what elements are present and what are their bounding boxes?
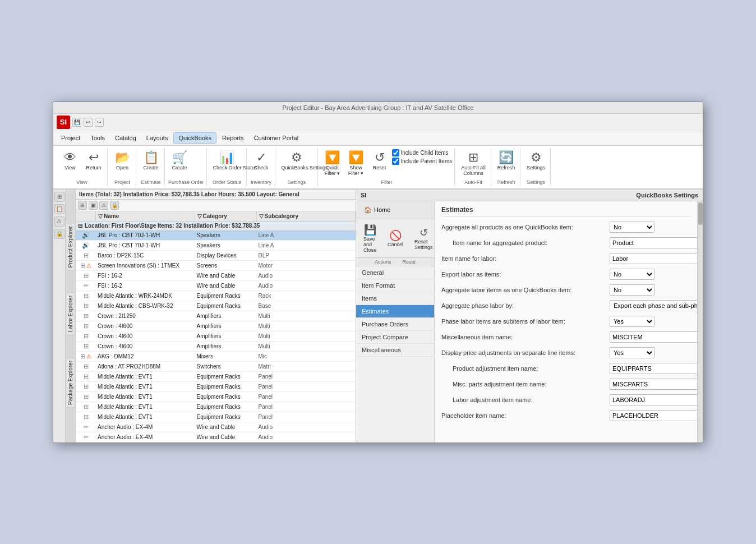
qb-settings-button[interactable]: ⚙ QuickBooks Settings (279, 149, 315, 173)
save-close-button[interactable]: 💾 Save andClose (359, 222, 380, 255)
include-parent-checkbox[interactable] (392, 158, 399, 165)
aggregate-labor-label: Aggregate labor items as one QuickBooks … (441, 287, 610, 293)
view-button[interactable]: 👁 View (59, 149, 81, 173)
sidebar-icon-2[interactable]: 📋 (54, 204, 64, 214)
section-title: Estimates (441, 206, 690, 216)
app-window: Project Editor - Bay Area Advertising Gr… (53, 102, 703, 443)
scrollbar-track[interactable] (697, 201, 703, 442)
col-header-name[interactable]: ▽ Name (96, 211, 195, 221)
project-group-label: Project (111, 179, 133, 185)
include-child-checkbox[interactable] (392, 149, 399, 156)
labor-name-input[interactable] (610, 253, 697, 264)
menu-layouts[interactable]: Layouts (142, 133, 173, 143)
reset-filter-button[interactable]: ↺ Reset (368, 149, 391, 173)
location-collapse-icon[interactable]: ⊟ (78, 223, 82, 229)
vtab-product-explorer[interactable]: Product Explorer (66, 223, 75, 270)
collapse-btn[interactable]: ▣ (89, 201, 98, 210)
labor-adj-input[interactable] (610, 394, 697, 405)
open-button[interactable]: 📂 Open (111, 149, 133, 173)
si-logo[interactable]: SI (57, 116, 70, 129)
show-filter-button[interactable]: 🔽 ShowFilter ▾ (345, 149, 367, 178)
table-row[interactable]: ⊞ Crown : 4I600 Amplifiers Multi (76, 331, 356, 342)
table-row[interactable]: ✏ Anchor Audio : EX-4M Wire and Cable Au… (76, 432, 356, 442)
cancel-button[interactable]: 🚫 Cancel (384, 227, 407, 250)
table-row[interactable]: ⊞ ⚠ AKG : DMM12 Mixers Mic (76, 352, 356, 362)
col-header-category[interactable]: ▽ Category (195, 211, 257, 221)
warn-filter-btn[interactable]: ⚠ (99, 201, 108, 210)
nav-item-estimates[interactable]: Estimates (356, 305, 434, 318)
table-row[interactable]: 🔊 JBL Pro : CBT 70J-1-WH Speakers Line A (76, 241, 356, 251)
table-row[interactable]: ⊞ Crown : 4I600 Amplifiers Multi (76, 321, 356, 331)
vtab-package-explorer[interactable]: Package Explorer (66, 358, 75, 408)
phase-subitems-select[interactable]: YesNo (610, 316, 654, 327)
check-order-button[interactable]: 📊 Check Order Status (210, 149, 244, 173)
aggregate-labor-select[interactable]: NoYes (610, 284, 654, 296)
return-button[interactable]: ↩ Return (82, 149, 105, 173)
export-labor-select[interactable]: NoYes (610, 269, 654, 280)
aggregated-name-input[interactable] (610, 237, 697, 248)
table-row[interactable]: ⊞ Atlona : AT-PRO2HD88M Switchers Matri (76, 362, 356, 372)
table-row[interactable]: ⊞ FSI : 16-2 Wire and Cable Audio (76, 271, 356, 281)
nav-item-items[interactable]: Items (356, 292, 434, 305)
product-adj-label: Product adjustment item name: (441, 365, 610, 372)
nav-item-project-compare[interactable]: Project Compare (356, 331, 434, 344)
table-row[interactable]: ✏ Anchor Audio : EX-4M Wire and Cable Au… (76, 422, 356, 432)
table-row[interactable]: ✏ FSI : 16-2 Wire and Cable Audio (76, 281, 356, 291)
table-row[interactable]: ⊞ Middle Atlantic : EVT1 Equipment Racks… (76, 392, 356, 402)
item-category: Amplifiers (195, 312, 257, 320)
settings-button[interactable]: ⚙ Settings (524, 149, 548, 173)
misc-name-input[interactable] (610, 331, 697, 343)
menu-customer-portal[interactable]: Customer Portal (250, 133, 303, 143)
table-row[interactable]: 🔊 JBL Pro : CBT 70J-1-WH Speakers Line A (76, 230, 356, 241)
home-button[interactable]: 🏠 Home (361, 205, 430, 215)
table-row[interactable]: ⊞ Crown : 2I1250 Amplifiers Multi (76, 311, 356, 321)
table-row[interactable]: ⊞ Middle Atlantic : EVT1 Equipment Racks… (76, 382, 356, 392)
scrollbar-thumb[interactable] (698, 202, 703, 225)
lock-btn[interactable]: 🔒 (110, 201, 119, 210)
reset-settings-button[interactable]: ↺ ResetSettings (411, 224, 437, 252)
aggregate-products-select[interactable]: NoYes (610, 222, 654, 233)
pkg-icon: ⊞ (84, 252, 89, 259)
quick-filter-button[interactable]: 🔽 QuickFilter ▾ (321, 149, 344, 178)
sidebar-icon-1[interactable]: ⊞ (54, 192, 64, 202)
sidebar-icon-4[interactable]: 🔒 (54, 229, 64, 239)
table-row[interactable]: ⊞ Middle Atlantic : EVT1 Equipment Racks… (76, 402, 356, 412)
price-adj-select[interactable]: YesNo (610, 347, 654, 358)
redo-icon[interactable]: ↪ (95, 118, 104, 127)
table-row[interactable]: ⊞ ⚠ Screen Innovations (SI) : 1TMEX Scre… (76, 261, 356, 271)
nav-item-miscellaneous[interactable]: Miscellaneous (356, 344, 434, 357)
table-row[interactable]: ⊞ Middle Atlantic : WRK-24MDK Equipment … (76, 291, 356, 301)
table-row[interactable]: ⊞ Middle Atlantic : EVT1 Equipment Racks… (76, 412, 356, 422)
auto-fit-button[interactable]: ⊞ Auto-Fit AllColumns (458, 149, 488, 178)
menu-quickbooks[interactable]: QuickBooks (173, 132, 216, 144)
menu-project[interactable]: Project (57, 133, 85, 143)
misc-parts-adj-input[interactable] (610, 379, 697, 390)
create-estimate-button[interactable]: 📋 Create (140, 149, 162, 173)
undo-icon[interactable]: ↩ (84, 118, 93, 127)
menu-tools[interactable]: Tools (86, 133, 109, 143)
placeholder-input[interactable] (610, 410, 697, 421)
table-row[interactable]: ⊞ Middle Atlantic : CBS-WRK-32 Equipment… (76, 301, 356, 311)
aggregate-labor-value: NoYes (610, 284, 690, 296)
col-header-subcategory[interactable]: ▽ Subcategory (257, 211, 356, 221)
home-icon: 🏠 (364, 206, 372, 214)
nav-item-purchase-orders[interactable]: Purchase Orders (356, 318, 434, 331)
nav-item-item-format[interactable]: Item Format (356, 279, 434, 292)
create-po-button[interactable]: 🛒 Create (168, 149, 191, 173)
check-order-icon: 📊 (219, 151, 234, 164)
phase-labor-select[interactable]: Export each phase and sub-phase as an it… (610, 300, 697, 311)
save-icon[interactable]: 💾 (72, 118, 81, 127)
expand-btn[interactable]: ⊞ (78, 201, 87, 210)
table-row[interactable]: ⊞ Crown : 4I600 Amplifiers Multi (76, 342, 356, 352)
item-name: Middle Atlantic : EVT1 (96, 393, 195, 400)
check-inventory-button[interactable]: ✓ Check (250, 149, 273, 173)
table-row[interactable]: ⊞ Barco : DP2K-15C Display Devices DLP (76, 251, 356, 261)
nav-item-general[interactable]: General (356, 266, 434, 279)
menu-reports[interactable]: Reports (218, 133, 248, 143)
refresh-button[interactable]: 🔄 Refresh (495, 149, 518, 173)
vtab-labor-explorer[interactable]: Labor Explorer (66, 293, 75, 335)
menu-catalog[interactable]: Catalog (110, 133, 141, 143)
table-row[interactable]: ⊞ Middle Atlantic : EVT1 Equipment Racks… (76, 372, 356, 382)
sidebar-icon-3[interactable]: ⚠ (54, 216, 64, 227)
product-adj-input[interactable] (610, 363, 697, 374)
